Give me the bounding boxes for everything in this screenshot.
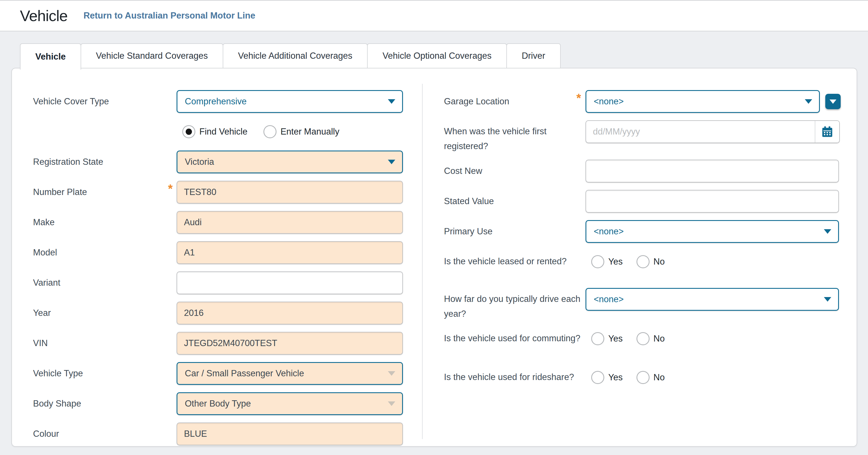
commuting-yes-label: Yes xyxy=(608,334,623,344)
variant-row: Variant xyxy=(12,272,422,294)
left-column: Vehicle Cover Type Comprehensive Find Ve… xyxy=(12,68,422,446)
model-row: Model xyxy=(12,241,422,264)
stated-value-label: Stated Value xyxy=(423,196,586,206)
calendar-icon[interactable] xyxy=(815,121,839,143)
commuting-no-label: No xyxy=(654,334,665,344)
page-title: Vehicle xyxy=(20,7,67,25)
colour-input[interactable] xyxy=(177,423,403,445)
rideshare-label: Is the vehicle used for rideshare? xyxy=(423,366,586,389)
annual-distance-select[interactable]: <none> xyxy=(586,288,839,311)
primary-use-select[interactable]: <none> xyxy=(586,220,839,243)
commuting-yes-radio[interactable]: Yes xyxy=(591,332,623,345)
leased-yes-label: Yes xyxy=(608,257,623,267)
vin-input[interactable] xyxy=(177,332,403,354)
variant-input[interactable] xyxy=(177,272,403,294)
radio-unselected-icon xyxy=(637,371,650,384)
required-asterisk: * xyxy=(168,182,173,196)
return-link[interactable]: Return to Australian Personal Motor Line xyxy=(84,10,255,21)
tab-vehicle-standard-coverages[interactable]: Vehicle Standard Coverages xyxy=(81,43,223,68)
enter-manually-radio[interactable]: Enter Manually xyxy=(264,125,339,138)
tab-vehicle-additional-coverages[interactable]: Vehicle Additional Coverages xyxy=(223,43,368,68)
rideshare-radios: Yes No xyxy=(586,371,665,384)
garage-location-menu-button[interactable] xyxy=(825,94,841,109)
body-shape-select[interactable]: Other Body Type xyxy=(177,392,403,415)
page-header: Vehicle Return to Australian Personal Mo… xyxy=(0,1,868,31)
leased-or-rented-radios: Yes No xyxy=(586,255,665,268)
radio-unselected-icon xyxy=(637,332,650,345)
tab-bar: Vehicle Vehicle Standard Coverages Vehic… xyxy=(20,43,561,69)
year-input[interactable] xyxy=(177,302,403,324)
rideshare-yes-radio[interactable]: Yes xyxy=(591,371,623,384)
tab-driver[interactable]: Driver xyxy=(506,43,561,68)
leased-no-label: No xyxy=(654,257,665,267)
chevron-down-icon xyxy=(805,99,812,104)
body-shape-value: Other Body Type xyxy=(185,399,388,409)
vin-label: VIN xyxy=(12,338,177,348)
vehicle-type-label: Vehicle Type xyxy=(12,368,177,378)
body-shape-row: Body Shape Other Body Type xyxy=(12,392,422,415)
vehicle-cover-type-value: Comprehensive xyxy=(185,96,388,107)
vehicle-lookup-mode-radios: Find Vehicle Enter Manually xyxy=(177,125,339,138)
make-row: Make xyxy=(12,211,422,234)
rideshare-yes-label: Yes xyxy=(608,372,623,382)
annual-distance-row: How far do you typically drive each year… xyxy=(423,288,857,311)
radio-unselected-icon xyxy=(637,255,650,268)
vehicle-type-select[interactable]: Car / Small Passenger Vehicle xyxy=(177,362,403,385)
year-row: Year xyxy=(12,302,422,324)
tab-vehicle-optional-coverages[interactable]: Vehicle Optional Coverages xyxy=(367,43,507,68)
radio-unselected-icon xyxy=(264,125,277,138)
make-label: Make xyxy=(12,217,177,227)
registration-state-value: Victoria xyxy=(185,157,388,167)
commuting-no-radio[interactable]: No xyxy=(637,332,665,345)
cost-new-row: Cost New xyxy=(423,160,857,182)
leased-yes-radio[interactable]: Yes xyxy=(591,255,623,268)
annual-distance-label: How far do you typically drive each year… xyxy=(423,288,586,311)
model-input[interactable] xyxy=(177,241,403,264)
garage-location-select[interactable]: <none> xyxy=(586,90,820,113)
rideshare-row: Is the vehicle used for rideshare? Yes N… xyxy=(423,366,857,389)
chevron-down-icon xyxy=(388,371,395,376)
vehicle-type-value: Car / Small Passenger Vehicle xyxy=(185,368,388,378)
cost-new-label: Cost New xyxy=(423,166,586,176)
rideshare-no-label: No xyxy=(654,372,665,382)
leased-no-radio[interactable]: No xyxy=(637,255,665,268)
find-vehicle-radio[interactable]: Find Vehicle xyxy=(182,125,247,138)
registration-state-label: Registration State xyxy=(12,157,177,167)
rideshare-no-radio[interactable]: No xyxy=(637,371,665,384)
number-plate-label: Number Plate xyxy=(12,187,177,197)
chevron-down-icon xyxy=(830,99,836,104)
radio-unselected-icon xyxy=(591,255,604,268)
vehicle-cover-type-label: Vehicle Cover Type xyxy=(12,96,177,107)
required-asterisk: * xyxy=(577,91,581,105)
garage-location-label: Garage Location xyxy=(423,96,586,107)
first-registered-input[interactable] xyxy=(586,121,815,143)
colour-label: Colour xyxy=(12,429,177,439)
stated-value-input[interactable] xyxy=(586,190,839,213)
leased-or-rented-label: Is the vehicle leased or rented? xyxy=(423,250,586,273)
first-registered-date-field xyxy=(586,120,840,143)
make-input[interactable] xyxy=(177,211,403,234)
commuting-row: Is the vehicle used for commuting? Yes N… xyxy=(423,327,857,350)
chevron-down-icon xyxy=(824,229,831,234)
chevron-down-icon xyxy=(388,99,395,104)
stated-value-row: Stated Value xyxy=(423,190,857,213)
tab-vehicle[interactable]: Vehicle xyxy=(20,43,81,69)
first-registered-row: When was the vehicle first registered? xyxy=(423,120,857,143)
number-plate-input[interactable] xyxy=(177,181,403,204)
right-column: Garage Location * <none> When was the ve… xyxy=(423,68,857,446)
primary-use-value: <none> xyxy=(594,226,824,237)
number-plate-row: Number Plate * xyxy=(12,181,422,204)
chevron-down-icon xyxy=(824,297,831,302)
vehicle-cover-type-row: Vehicle Cover Type Comprehensive xyxy=(12,90,422,113)
variant-label: Variant xyxy=(12,278,177,288)
garage-location-value: <none> xyxy=(594,96,805,107)
vin-row: VIN xyxy=(12,332,422,354)
radio-selected-icon xyxy=(182,125,195,138)
enter-manually-label: Enter Manually xyxy=(280,126,339,137)
cost-new-input[interactable] xyxy=(586,160,839,182)
colour-row: Colour xyxy=(12,423,422,445)
vehicle-cover-type-select[interactable]: Comprehensive xyxy=(177,90,403,113)
first-registered-label: When was the vehicle first registered? xyxy=(423,120,586,143)
primary-use-row: Primary Use <none> xyxy=(423,220,857,243)
registration-state-select[interactable]: Victoria xyxy=(177,150,403,173)
